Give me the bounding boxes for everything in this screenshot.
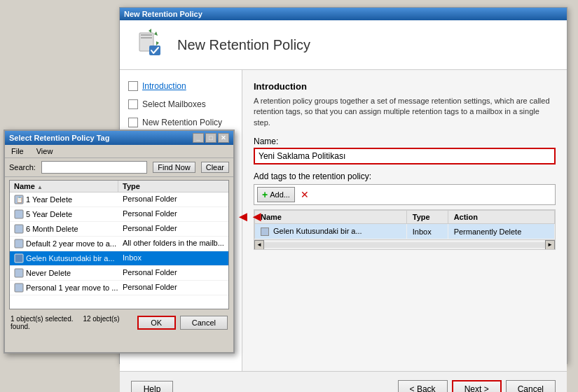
- svg-rect-10: [15, 269, 23, 277]
- tags-table-container: Name Type Action Gelen Kutusundaki bir a…: [254, 209, 556, 250]
- find-now-button[interactable]: Find Now: [153, 162, 195, 173]
- scroll-right-btn[interactable]: ►: [545, 240, 555, 250]
- arrow-indicator: ◄◄: [236, 209, 264, 225]
- dialog-search-bar: Search: Find Now Clear: [5, 158, 233, 177]
- item-name: 6 Month Delete: [10, 223, 118, 234]
- item-icon: [14, 283, 24, 293]
- wizard-logo-icon: [131, 27, 166, 62]
- add-button-label: Add...: [270, 190, 290, 199]
- search-label: Search:: [9, 163, 36, 172]
- menu-view[interactable]: View: [34, 146, 55, 156]
- svg-rect-2: [141, 37, 152, 38]
- nav-check-introduction: [128, 81, 138, 91]
- wizard-title: New Retention Policy: [177, 37, 310, 53]
- item-type: Inbox: [118, 253, 228, 264]
- menu-file[interactable]: File: [9, 146, 26, 156]
- nav-check-policy: [128, 118, 138, 127]
- back-button[interactable]: < Back: [398, 380, 448, 393]
- scrollbar-track: [264, 242, 545, 248]
- table-row[interactable]: Gelen Kutusundaki bir a... Inbox Permane…: [255, 224, 555, 239]
- help-button[interactable]: Help: [131, 381, 173, 393]
- delete-icon[interactable]: ✕: [301, 189, 309, 200]
- add-tags-label: Add tags to the retention policy:: [254, 172, 556, 181]
- row-name: Gelen Kutusundaki bir a...: [255, 224, 407, 239]
- restore-button[interactable]: □: [205, 133, 216, 143]
- dialog-title-text: Select Retention Policy Tag: [9, 134, 109, 142]
- dialog-ok-button[interactable]: OK: [137, 316, 176, 330]
- toolbar: + Add... ✕: [254, 184, 556, 205]
- next-button[interactable]: Next >: [452, 380, 502, 393]
- item-name: 📋 1 Year Delete: [10, 194, 118, 205]
- clear-button[interactable]: Clear: [201, 162, 229, 173]
- list-item[interactable]: 📋 1 Year Delete Personal Folder: [10, 192, 228, 207]
- list-col-name: Name ▲: [10, 181, 118, 192]
- item-icon: [14, 253, 24, 263]
- item-icon: 📋: [14, 195, 24, 204]
- list-item[interactable]: 5 Year Delete Personal Folder: [10, 207, 228, 222]
- svg-rect-1: [141, 34, 152, 36]
- name-field-label: Name:: [254, 136, 556, 146]
- minimize-button[interactable]: _: [193, 133, 204, 143]
- list-item[interactable]: Personal 1 year move to ... Personal Fol…: [10, 281, 228, 295]
- item-name: 5 Year Delete: [10, 209, 118, 220]
- sort-arrow-name: ▲: [37, 184, 43, 190]
- svg-rect-9: [15, 254, 23, 262]
- dialog-cancel-button[interactable]: Cancel: [180, 316, 228, 330]
- item-icon: [14, 224, 24, 234]
- nav-item-introduction[interactable]: Introduction: [120, 77, 242, 95]
- selected-status: 1 object(s) selected.: [11, 315, 74, 323]
- cancel-button[interactable]: Cancel: [506, 380, 556, 393]
- main-title-text: New Retention Policy: [124, 10, 202, 18]
- svg-rect-6: [15, 210, 23, 218]
- policy-name-input[interactable]: [254, 148, 556, 164]
- item-name: Default 2 year move to a...: [10, 238, 118, 249]
- svg-rect-11: [15, 284, 23, 292]
- item-type: Personal Folder: [118, 223, 228, 234]
- wizard-footer: Help < Back Next > Cancel: [120, 371, 567, 392]
- list-col-type: Type: [118, 181, 228, 192]
- nav-label-introduction: Introduction: [142, 81, 186, 91]
- dialog-list-container: Name ▲ Type 📋 1 Year Delete Personal Fol…: [9, 180, 229, 309]
- dialog-action-buttons: OK Cancel: [137, 316, 228, 330]
- col-header-name: Name: [255, 211, 407, 224]
- horizontal-scrollbar[interactable]: ◄ ►: [254, 239, 555, 249]
- nav-label-mailboxes: Select Mailboxes: [142, 99, 206, 109]
- select-tag-dialog: Select Retention Policy Tag _ □ ✕ File V…: [4, 130, 235, 354]
- row-type: Inbox: [406, 224, 448, 239]
- dialog-title-controls: _ □ ✕: [193, 133, 229, 143]
- tag-icon: [261, 227, 269, 236]
- nav-label-policy: New Retention Policy: [142, 118, 222, 127]
- search-input[interactable]: [41, 161, 147, 174]
- list-item-selected[interactable]: Gelen Kutusundaki bir a... Inbox: [10, 251, 228, 266]
- wizard-header: New Retention Policy: [120, 20, 567, 70]
- scroll-left-btn[interactable]: ◄: [254, 240, 264, 250]
- nav-item-select-mailboxes[interactable]: Select Mailboxes: [120, 95, 242, 113]
- col-header-type: Type: [406, 211, 448, 224]
- nav-check-mailboxes: [128, 99, 138, 109]
- item-name: Personal 1 year move to ...: [10, 282, 118, 293]
- item-icon: [14, 239, 24, 248]
- dialog-list-header: Name ▲ Type: [10, 181, 228, 192]
- svg-rect-8: [15, 239, 23, 248]
- item-icon: [14, 268, 24, 278]
- list-item[interactable]: Never Delete Personal Folder: [10, 266, 228, 281]
- dialog-menubar: File View: [5, 145, 233, 158]
- add-button[interactable]: + Add...: [257, 187, 295, 202]
- item-type: All other folders in the mailb...: [118, 238, 228, 249]
- dialog-titlebar: Select Retention Policy Tag _ □ ✕: [5, 131, 233, 145]
- tags-table: Name Type Action Gelen Kutusundaki bir a…: [254, 210, 555, 239]
- item-type: Personal Folder: [118, 282, 228, 293]
- item-type: Personal Folder: [118, 209, 228, 220]
- section-title: Introduction: [254, 81, 556, 92]
- main-titlebar: New Retention Policy: [120, 8, 567, 20]
- footer-nav-buttons: < Back Next > Cancel: [398, 380, 556, 393]
- item-type: Personal Folder: [118, 267, 228, 279]
- list-item[interactable]: Default 2 year move to a... All other fo…: [10, 237, 228, 251]
- item-type: Personal Folder: [118, 194, 228, 205]
- svg-text:📋: 📋: [16, 196, 23, 203]
- list-item[interactable]: 6 Month Delete Personal Folder: [10, 222, 228, 237]
- item-name: Gelen Kutusundaki bir a...: [10, 253, 118, 264]
- item-name: Never Delete: [10, 267, 118, 279]
- close-button[interactable]: ✕: [218, 133, 229, 143]
- section-description: A retention policy groups together a set…: [254, 96, 556, 128]
